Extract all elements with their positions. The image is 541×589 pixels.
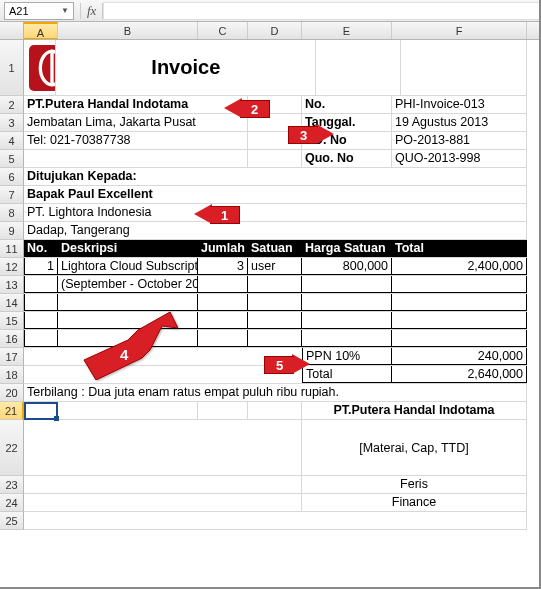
chevron-down-icon[interactable]: ▼ (61, 6, 69, 15)
sheet-cells[interactable]: Invoice PT.Putera Handal Indotama No. PH… (24, 40, 527, 530)
row-header[interactable]: 8 (0, 204, 24, 222)
cell[interactable] (24, 312, 58, 329)
row-header[interactable]: 2 (0, 96, 24, 114)
col-header-E[interactable]: E (302, 22, 392, 39)
cell-company[interactable]: PT.Putera Handal Indotama (24, 96, 248, 113)
row-header[interactable]: 24 (0, 494, 24, 512)
cell[interactable]: 240,000 (392, 348, 527, 365)
cell[interactable] (198, 402, 248, 419)
cell[interactable] (198, 366, 248, 383)
row-header[interactable]: 5 (0, 150, 24, 168)
cell[interactable] (248, 312, 302, 329)
row-header[interactable]: 22 (0, 420, 24, 476)
cell[interactable]: Total (302, 366, 392, 383)
cell[interactable] (248, 150, 302, 167)
row-header[interactable]: 1 (0, 40, 24, 96)
cell[interactable] (24, 494, 302, 511)
cell[interactable]: 2,640,000 (392, 366, 527, 383)
cell[interactable] (24, 294, 58, 311)
fx-icon[interactable]: fx (80, 3, 103, 19)
cell[interactable]: 1 (24, 258, 58, 275)
col-header-B[interactable]: B (58, 22, 198, 39)
cell[interactable]: 800,000 (302, 258, 392, 275)
cell[interactable] (24, 40, 56, 95)
row-header[interactable]: 16 (0, 330, 24, 348)
cell[interactable]: 19 Agustus 2013 (392, 114, 527, 131)
name-box[interactable]: A21 ▼ (4, 2, 74, 20)
row-header[interactable]: 6 (0, 168, 24, 186)
cell[interactable] (248, 294, 302, 311)
table-row[interactable]: (September - October 2013) (24, 276, 527, 294)
row-header[interactable]: 15 (0, 312, 24, 330)
cell[interactable] (198, 330, 248, 347)
row-header[interactable]: 21 (0, 402, 24, 420)
cell[interactable] (392, 276, 527, 293)
cell[interactable]: No. (302, 96, 392, 113)
cell[interactable] (316, 40, 400, 95)
cell[interactable] (248, 402, 302, 419)
cell[interactable] (24, 366, 58, 383)
cell[interactable] (24, 276, 58, 293)
cell[interactable]: QUO-2013-998 (392, 150, 527, 167)
row-header[interactable]: 9 (0, 222, 24, 240)
cell[interactable] (198, 312, 248, 329)
row-header[interactable]: 11 (0, 240, 24, 258)
cell[interactable]: (September - October 2013) (58, 276, 198, 293)
cell[interactable] (302, 276, 392, 293)
spreadsheet-grid[interactable]: A B C D E F 1 2 3 4 5 6 7 8 9 11 12 13 1… (0, 22, 541, 530)
cell[interactable] (198, 276, 248, 293)
cell[interactable]: Tel: 021-70387738 (24, 132, 248, 149)
cell[interactable]: PT. Lightora Indonesia (24, 204, 527, 221)
row-header[interactable]: 20 (0, 384, 24, 402)
col-header-A[interactable]: A (24, 22, 58, 39)
cell[interactable] (24, 476, 302, 493)
cell[interactable]: Quo. No (302, 150, 392, 167)
cell[interactable] (24, 420, 302, 475)
cell[interactable] (58, 402, 198, 419)
cell[interactable]: user (248, 258, 302, 275)
row-header[interactable]: 13 (0, 276, 24, 294)
cell-selected[interactable] (24, 402, 58, 419)
cell[interactable] (302, 294, 392, 311)
col-header-C[interactable]: C (198, 22, 248, 39)
cell[interactable] (58, 294, 198, 311)
cell[interactable]: Jembatan Lima, Jakarta Pusat (24, 114, 248, 131)
cell[interactable]: Finance (302, 494, 527, 511)
cell[interactable] (392, 294, 527, 311)
cell[interactable]: 3 (198, 258, 248, 275)
cell[interactable]: PT.Putera Handal Indotama (302, 402, 527, 419)
cell[interactable] (392, 330, 527, 347)
cell-title[interactable]: Invoice (56, 40, 316, 95)
col-header-F[interactable]: F (392, 22, 527, 39)
cell[interactable] (24, 348, 58, 365)
row-header[interactable]: 18 (0, 366, 24, 384)
row-header[interactable]: 23 (0, 476, 24, 494)
cell[interactable]: Dadap, Tangerang (24, 222, 527, 239)
cell[interactable] (198, 294, 248, 311)
col-header-D[interactable]: D (248, 22, 302, 39)
cell[interactable]: [Materai, Cap, TTD] (302, 420, 527, 475)
row-header[interactable]: 4 (0, 132, 24, 150)
cell[interactable]: PHI-Invoice-013 (392, 96, 527, 113)
cell[interactable]: Feris (302, 476, 527, 493)
cell[interactable] (401, 40, 527, 95)
cell[interactable] (302, 312, 392, 329)
formula-input[interactable] (103, 2, 541, 20)
cell[interactable]: 2,400,000 (392, 258, 527, 275)
cell[interactable] (24, 330, 58, 347)
select-all-corner[interactable] (0, 22, 24, 39)
cell[interactable]: Ditujukan Kepada: (24, 168, 527, 185)
cell[interactable] (248, 276, 302, 293)
row-header[interactable]: 7 (0, 186, 24, 204)
cell[interactable]: Bapak Paul Excellent (24, 186, 527, 203)
row-header[interactable]: 14 (0, 294, 24, 312)
row-header[interactable]: 17 (0, 348, 24, 366)
cell[interactable]: PPN 10% (302, 348, 392, 365)
row-header[interactable]: 12 (0, 258, 24, 276)
cell[interactable] (24, 150, 248, 167)
cell[interactable]: PO-2013-881 (392, 132, 527, 149)
row-header[interactable]: 25 (0, 512, 24, 530)
cell[interactable] (198, 348, 248, 365)
row-header[interactable]: 3 (0, 114, 24, 132)
cell[interactable] (24, 512, 527, 529)
